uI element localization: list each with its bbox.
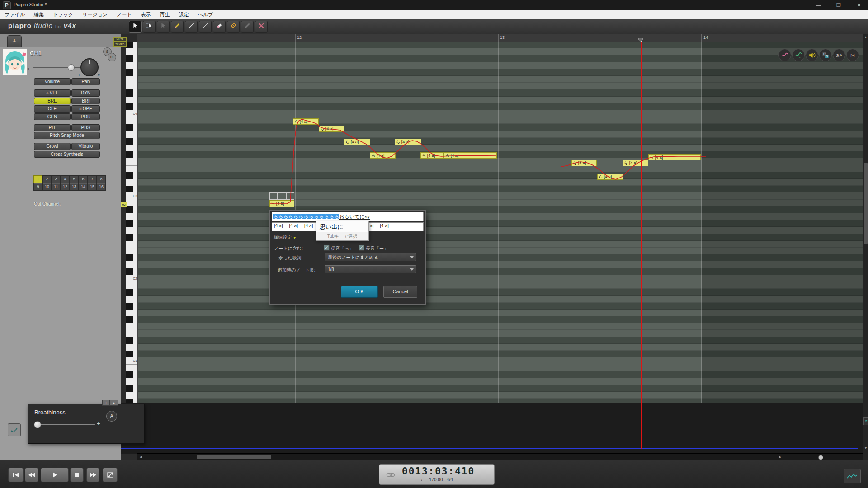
param-button-ope[interactable]: ılıOPE	[71, 105, 100, 113]
kana-mode-icon[interactable]: あA	[833, 49, 845, 61]
forward-button[interactable]	[86, 468, 99, 482]
line-tool[interactable]	[185, 21, 198, 33]
note[interactable]: ら [4 a]	[597, 174, 623, 180]
black-key[interactable]	[126, 351, 133, 357]
parameter-lane[interactable]: 127	[121, 403, 863, 454]
param-button-pitch-snap-mode[interactable]: Pitch Snap Mode	[34, 132, 100, 139]
menu-再生[interactable]: 再生	[156, 10, 175, 19]
piano-keyboard[interactable]: C4C3C2C1	[126, 42, 138, 403]
menu-設定[interactable]: 設定	[175, 10, 193, 19]
param-button-bre[interactable]: BRE	[34, 98, 71, 105]
mixer-meter-button[interactable]	[844, 469, 861, 483]
note[interactable]: ら [4 a]	[269, 200, 294, 207]
pitch-curve-icon[interactable]	[778, 49, 791, 61]
black-key[interactable]	[126, 234, 133, 241]
go-start-button[interactable]	[8, 468, 24, 482]
lane-tool-icon[interactable]: ≋	[863, 417, 868, 425]
black-key[interactable]	[126, 399, 133, 403]
out-channel-11[interactable]: 11	[52, 183, 61, 191]
menu-トラック[interactable]: トラック	[48, 10, 78, 19]
param-button-gen[interactable]: GEN	[34, 113, 71, 121]
note[interactable]: ら [4 a]	[623, 160, 648, 166]
black-key[interactable]	[126, 172, 133, 179]
tempo-label-button[interactable]: TEMPO	[113, 42, 127, 47]
lane-slider-track[interactable]	[37, 424, 95, 425]
mute-button[interactable]: m	[108, 53, 116, 61]
small-tsu-checkbox[interactable]: ✓	[324, 245, 330, 251]
minimize-button[interactable]: —	[809, 0, 827, 10]
param-button-pbs[interactable]: PBS	[71, 124, 100, 131]
lane-curve-tool-button[interactable]	[8, 423, 21, 436]
param-button-bri[interactable]: BRI	[71, 98, 100, 105]
menu-編集[interactable]: 編集	[29, 10, 48, 19]
out-channel-12[interactable]: 12	[61, 183, 70, 191]
measure-ruler[interactable]: 121314	[137, 34, 863, 42]
note-length-dropdown[interactable]: 1/8	[325, 265, 416, 273]
pencil-tool[interactable]	[171, 21, 184, 33]
note[interactable]: ら [4 a]	[319, 126, 344, 132]
black-key[interactable]	[126, 206, 133, 213]
black-key[interactable]	[126, 103, 133, 110]
ghost-note-cell[interactable]	[286, 192, 294, 200]
close-button[interactable]: ✕	[850, 0, 868, 10]
leftover-lyrics-dropdown[interactable]: 最後のノートにまとめる	[325, 253, 416, 261]
rewind-button[interactable]	[25, 468, 38, 482]
out-channel-5[interactable]: 5	[70, 175, 79, 183]
ghost-note-cell[interactable]	[278, 192, 286, 200]
note[interactable]: ら [4 a]	[420, 152, 444, 159]
black-key[interactable]	[126, 337, 133, 344]
out-channel-13[interactable]: 13	[70, 183, 79, 191]
param-button-cle[interactable]: CLE	[34, 105, 71, 113]
scroll-up-icon[interactable]: ▲	[864, 35, 868, 39]
black-key[interactable]	[126, 385, 133, 392]
out-channel-6[interactable]: 6	[79, 175, 88, 183]
black-key[interactable]	[126, 42, 133, 48]
black-key[interactable]	[126, 186, 133, 192]
ok-button[interactable]: O K	[341, 286, 378, 298]
horizontal-scrollbar[interactable]: ◄ ►	[137, 453, 863, 460]
out-channel-7[interactable]: 7	[88, 175, 97, 183]
speaker-icon[interactable]	[806, 49, 818, 61]
phoneme-mode-icon[interactable]: [a]	[846, 49, 859, 61]
maximize-button[interactable]: ❐	[830, 0, 848, 10]
param-button-por[interactable]: POR	[71, 113, 100, 121]
param-button-vibrato[interactable]: Vibrato	[71, 143, 100, 150]
scroll-left-icon[interactable]: ◄	[139, 455, 142, 459]
param-button-dyn[interactable]: DYN	[71, 89, 100, 97]
menu-ファイル[interactable]: ファイル	[0, 10, 29, 19]
ghost-note-cell[interactable]	[269, 192, 278, 200]
black-key[interactable]	[126, 69, 133, 76]
black-key[interactable]	[126, 268, 133, 275]
param-button-growl[interactable]: Growl	[34, 143, 71, 150]
param-button-pan[interactable]: Pan	[71, 78, 100, 85]
menu-リージョン[interactable]: リージョン	[78, 10, 112, 19]
note[interactable]: ら [4 a]	[370, 152, 396, 159]
black-key[interactable]	[126, 371, 133, 378]
out-channel-14[interactable]: 14	[79, 183, 88, 191]
out-channel-9[interactable]: 9	[33, 183, 42, 191]
note[interactable]: ら [4 a]	[571, 160, 597, 166]
region-select-tool[interactable]	[143, 21, 156, 33]
menu-ノート[interactable]: ノート	[112, 10, 137, 19]
out-channel-4[interactable]: 4	[61, 175, 70, 183]
param-button-pit[interactable]: PIT	[34, 124, 71, 131]
black-key[interactable]	[126, 316, 133, 323]
pan-knob[interactable]	[80, 58, 99, 76]
menu-表示[interactable]: 表示	[137, 10, 156, 19]
pointer-disabled-tool[interactable]	[157, 21, 170, 33]
vertical-scroll-thumb[interactable]	[864, 163, 868, 244]
cancel-button[interactable]: Cancel	[383, 286, 417, 298]
play-button[interactable]	[41, 468, 69, 482]
playhead-marker[interactable]	[638, 36, 643, 41]
tempo-mute-button[interactable]: MUTE	[113, 37, 127, 42]
note[interactable]: ら [4 a]	[444, 152, 497, 159]
out-channel-8[interactable]: 8	[97, 175, 106, 183]
eraser-tool[interactable]	[213, 21, 226, 33]
lane-collapse-button[interactable]: ▲	[110, 400, 118, 406]
note[interactable]: ら [4 a]	[293, 118, 319, 125]
lane-plus[interactable]: +	[97, 420, 100, 427]
phoneme-protect-icon[interactable]: PS	[819, 49, 832, 61]
param-button-volume[interactable]: Volume	[34, 78, 71, 85]
piano-roll-grid[interactable]: ら [4 a]ら [4 a]ら [4 a]ら [4 a]ら [4 a]ら [4 …	[137, 42, 863, 403]
vertical-scrollbar[interactable]: ▲ ≋ ▼	[863, 34, 868, 460]
